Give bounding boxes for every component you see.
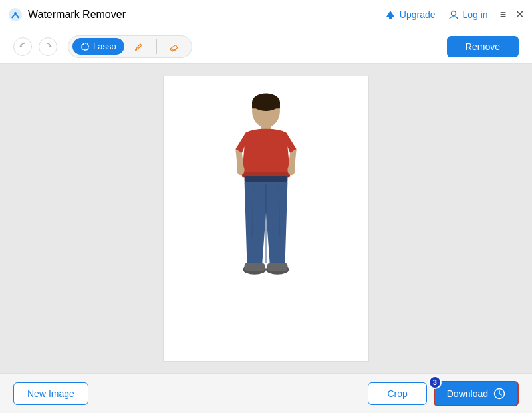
svg-point-16 <box>287 165 295 175</box>
remove-button[interactable]: Remove <box>447 36 519 57</box>
svg-point-8 <box>135 49 137 51</box>
eraser-icon <box>169 41 180 52</box>
app-title: Watermark Remover <box>28 9 126 21</box>
svg-line-27 <box>499 394 501 395</box>
svg-rect-3 <box>389 17 392 19</box>
menu-button[interactable]: ≡ <box>500 9 506 20</box>
download-wrapper: 3 Download <box>434 381 519 406</box>
brush-tool-button[interactable] <box>126 38 152 55</box>
crop-button[interactable]: Crop <box>368 382 426 405</box>
brush-icon <box>134 41 144 52</box>
svg-rect-12 <box>252 102 280 108</box>
svg-point-1 <box>14 12 17 15</box>
titlebar: Watermark Remover Upgrade Log in ≡ ✕ <box>0 0 532 29</box>
window-controls: ≡ ✕ <box>500 9 524 20</box>
redo-icon <box>44 42 53 51</box>
download-badge: 3 <box>428 376 442 389</box>
redo-button[interactable] <box>39 37 57 56</box>
svg-rect-9 <box>170 45 177 51</box>
svg-rect-24 <box>267 263 287 270</box>
svg-marker-2 <box>386 11 394 17</box>
undo-icon <box>19 42 27 51</box>
upgrade-button[interactable]: Upgrade <box>384 9 436 21</box>
main-canvas-area <box>0 64 532 373</box>
user-icon <box>448 9 460 21</box>
app-icon <box>8 7 23 22</box>
lasso-tool-button[interactable]: Lasso <box>72 38 124 55</box>
svg-point-15 <box>237 165 244 175</box>
svg-rect-23 <box>245 263 265 270</box>
tool-group: Lasso <box>68 35 192 58</box>
bottom-right-controls: Crop 3 Download <box>368 381 519 406</box>
lasso-icon <box>80 42 90 51</box>
clock-icon <box>493 388 505 400</box>
new-image-button[interactable]: New Image <box>13 382 88 405</box>
undo-button[interactable] <box>13 37 32 56</box>
person-figure <box>200 86 332 352</box>
svg-point-4 <box>451 11 456 15</box>
upgrade-icon <box>384 9 396 21</box>
bottombar: New Image Crop 3 Download <box>0 373 532 413</box>
eraser-tool-button[interactable] <box>161 38 188 55</box>
tool-divider <box>156 39 157 54</box>
svg-point-7 <box>83 43 84 44</box>
image-canvas[interactable] <box>163 76 369 362</box>
svg-rect-17 <box>245 176 288 182</box>
titlebar-right: Upgrade Log in ≡ ✕ <box>384 9 524 21</box>
close-button[interactable]: ✕ <box>515 9 524 20</box>
login-button[interactable]: Log in <box>448 9 488 21</box>
download-button[interactable]: Download <box>434 381 519 406</box>
toolbar: Lasso Remove <box>0 29 532 64</box>
